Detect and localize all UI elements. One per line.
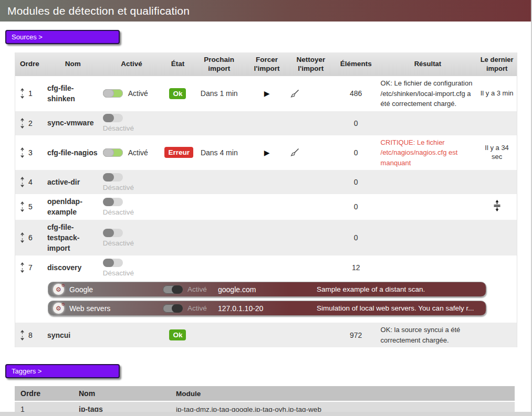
elements-count: 972 [333, 329, 379, 342]
result-text: OK: la source syncui a été correctement … [379, 323, 477, 347]
enable-toggle[interactable] [103, 173, 123, 182]
sources-table-header: Ordre Nom Activé État Prochain import Fo… [15, 52, 517, 76]
scan-toggle-label: Activé [187, 304, 213, 312]
scan-target: 127.0.1.10-20 [218, 304, 317, 313]
scan-enable-toggle[interactable] [163, 304, 183, 313]
table-row: 6 cfg-file-testpack-import Désactivé 0 [15, 220, 517, 256]
gears-icon: ⚙⚙ [53, 284, 64, 295]
page-title: Modules de détection et qualification [7, 5, 190, 17]
toggle-label: Désactivé [103, 124, 161, 132]
row-resize-cursor-icon [493, 200, 501, 211]
scan-row-web-servers: ⚙⚙ Web servers Activé 127.0.1.10-20 Simu… [48, 301, 486, 316]
column-header-prochain-import: Prochain import [193, 52, 245, 76]
elements-count: 0 [333, 176, 379, 188]
column-header-ordre: Ordre [15, 389, 79, 398]
next-import: Dans 1 min [193, 87, 245, 100]
row-order: 7 [28, 263, 33, 272]
table-row: 4 active-dir Désactivé 0 [15, 170, 517, 194]
table-row: 1 cfg-file-shinken Activé Ok Dans 1 min … [15, 76, 517, 111]
taggers-section-button[interactable]: Taggers > [5, 364, 120, 378]
source-name: syncui [45, 328, 101, 343]
row-order: 6 [28, 233, 33, 242]
taggers-table-header: Ordre Nom Module [15, 386, 515, 401]
bottom-bar [0, 412, 531, 416]
next-import: Dans 4 min [193, 146, 245, 159]
discovery-scan-list: ⚙⚙ Google Activé google.com Sample examp… [15, 280, 517, 323]
drag-handle-icon[interactable] [20, 147, 25, 158]
drag-handle-icon[interactable] [20, 201, 25, 212]
toggle-label: Désactivé [103, 269, 161, 277]
last-import: Il y a 34 sec [477, 142, 517, 164]
source-name: cfg-file-shinken [45, 81, 101, 106]
elements-count: 0 [333, 231, 379, 244]
row-order: 4 [28, 178, 33, 186]
toggle-label: Désactivé [103, 239, 161, 247]
source-name: discovery [45, 260, 101, 275]
table-row: 3 cfg-file-nagios Activé Erreur Dans 4 m… [15, 135, 517, 170]
source-name: openldap-example [45, 194, 101, 220]
scan-description: Sample example of a distant scan. [317, 285, 486, 293]
drag-handle-icon[interactable] [20, 262, 25, 273]
toggle-label: Activé [128, 89, 148, 98]
toggle-label: Désactivé [103, 184, 161, 191]
clean-import-broom-icon[interactable] [290, 89, 331, 98]
elements-count: 0 [333, 200, 379, 213]
enable-toggle[interactable] [103, 259, 123, 267]
row-order: 5 [28, 202, 33, 211]
status-badge: Erreur [164, 147, 193, 158]
column-header-module: Module [176, 390, 515, 398]
row-order: 8 [28, 331, 33, 339]
source-name: cfg-file-testpack-import [45, 220, 101, 256]
source-name: sync-vmware [45, 115, 101, 130]
drag-handle-icon[interactable] [20, 232, 25, 243]
table-row: 8 syncui Ok 972 OK: la source syncui a é… [15, 323, 517, 347]
drag-handle-icon[interactable] [20, 88, 25, 99]
toggle-label: Désactivé [103, 208, 161, 216]
enable-toggle[interactable] [103, 229, 123, 237]
gears-icon: ⚙⚙ [53, 303, 64, 314]
elements-count: 0 [333, 117, 379, 130]
scan-row-google: ⚙⚙ Google Activé google.com Sample examp… [48, 282, 486, 297]
column-header-nom: Nom [79, 389, 176, 398]
source-name: cfg-file-nagios [45, 145, 101, 160]
elements-count: 486 [333, 87, 379, 100]
last-import: Il y a 3 min [477, 87, 517, 100]
status-badge: Ok [169, 88, 186, 99]
column-header-nettoyer-import: Nettoyer l'import [288, 52, 333, 76]
scan-description: Simulation of local web servers. You can… [317, 304, 486, 312]
result-text: OK: Le fichier de configuration /etc/shi… [379, 76, 477, 111]
column-header-ordre: Ordre [15, 52, 45, 76]
drag-handle-icon[interactable] [20, 177, 25, 187]
enable-toggle[interactable] [103, 198, 123, 206]
enable-toggle[interactable] [103, 114, 123, 122]
column-header-active: Activé [101, 52, 163, 76]
column-header-elements: Éléments [333, 52, 379, 76]
enable-toggle[interactable] [103, 89, 123, 98]
sources-table: Ordre Nom Activé État Prochain import Fo… [15, 52, 517, 347]
scan-name: Web servers [69, 304, 163, 313]
row-order: 3 [28, 148, 33, 157]
column-header-dernier-import: Le dernier import [477, 52, 517, 76]
scan-enable-toggle[interactable] [163, 285, 183, 294]
column-header-etat: État [162, 52, 193, 76]
elements-count: 12 [333, 261, 379, 274]
source-name: active-dir [45, 175, 101, 189]
drag-handle-icon[interactable] [20, 330, 25, 340]
force-import-play-icon[interactable]: ▶ [264, 148, 270, 157]
row-order: 2 [28, 119, 33, 127]
scan-name: Google [69, 285, 163, 294]
elements-count: 0 [333, 146, 379, 159]
table-row: 5 openldap-example Désactivé 0 [15, 194, 517, 220]
clean-import-broom-icon[interactable] [290, 148, 331, 157]
sources-section-button[interactable]: Sources > [5, 30, 120, 44]
row-order: 1 [28, 89, 33, 98]
enable-toggle[interactable] [103, 148, 123, 157]
force-import-play-icon[interactable]: ▶ [264, 89, 270, 98]
toggle-label: Activé [128, 148, 148, 157]
table-row: 2 sync-vmware Désactivé 0 [15, 111, 517, 135]
column-header-resultat: Résultat [379, 52, 477, 76]
scan-target: google.com [218, 285, 317, 294]
status-badge: Ok [169, 329, 186, 340]
drag-handle-icon[interactable] [20, 118, 25, 129]
page: Modules de détection et qualification So… [0, 0, 532, 416]
